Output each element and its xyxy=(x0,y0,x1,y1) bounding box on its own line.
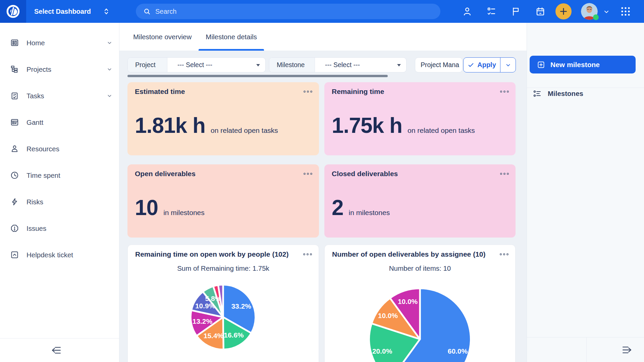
chart-card-open-deliverables-by-assignee: Number of open deliverables by assignee … xyxy=(324,245,516,362)
card-menu-icon[interactable] xyxy=(499,90,509,94)
sidebar-item-risks[interactable]: Risks xyxy=(0,189,119,215)
chevron-down-icon[interactable] xyxy=(107,40,112,46)
card-title: Open deliverables xyxy=(135,170,196,178)
pie-slice-label: 10.0% xyxy=(398,298,418,305)
sidebar-footer xyxy=(0,338,119,362)
search-icon xyxy=(143,8,151,15)
flag-icon[interactable] xyxy=(511,6,521,16)
pie-slice-label: 15.4% xyxy=(204,332,224,340)
project-filter-select[interactable]: --- Select --- xyxy=(167,58,265,72)
caret-down-icon xyxy=(256,64,260,66)
square-chevron-up-icon xyxy=(10,250,19,259)
card-menu-icon[interactable] xyxy=(303,172,313,176)
sidebar-item-projects[interactable]: Projects xyxy=(0,56,119,83)
home-dashboard-icon xyxy=(10,38,19,47)
sidebar-item-helpdesk-ticket[interactable]: Helpdesk ticket xyxy=(0,242,119,268)
search-input[interactable] xyxy=(155,8,417,15)
pie-slice-label: 13.2% xyxy=(193,317,213,325)
pie-slice-label: 16.6% xyxy=(224,331,244,339)
dashboard-selector-label: Select Dashboard xyxy=(34,8,91,15)
clock-icon xyxy=(10,171,19,180)
calendar-icon[interactable] xyxy=(535,6,545,16)
kpi-suffix: in milestones xyxy=(349,209,390,217)
chevron-down-icon xyxy=(505,62,511,68)
sidebar-item-label: Helpdesk ticket xyxy=(26,251,73,259)
footer-divider xyxy=(586,338,587,362)
global-search[interactable] xyxy=(136,4,440,19)
chevron-down-icon[interactable] xyxy=(603,8,610,15)
milestone-filter-value: --- Select --- xyxy=(325,61,360,69)
pie-slice-label: 60.0% xyxy=(448,347,468,355)
app-logo[interactable] xyxy=(0,0,26,23)
kpi-suffix: in milestones xyxy=(163,209,205,217)
tab-milestone-details[interactable]: Milestone details xyxy=(199,23,264,51)
caret-down-icon xyxy=(397,64,401,66)
card-menu-icon[interactable] xyxy=(303,252,313,256)
apply-options-button[interactable] xyxy=(500,58,516,72)
sidebar-item-label: Home xyxy=(26,39,45,47)
chevron-down-icon[interactable] xyxy=(107,93,112,99)
panel-item-milestones[interactable]: Milestones xyxy=(527,86,644,101)
left-sidebar: Home Projects Tasks xyxy=(0,23,119,362)
tab-label: Milestone details xyxy=(206,33,257,41)
horizontal-scrollbar[interactable] xyxy=(127,75,388,77)
check-icon xyxy=(468,62,474,68)
chevron-down-icon[interactable] xyxy=(107,66,112,72)
easy-project-logo-icon xyxy=(6,4,20,18)
collapse-sidebar-icon[interactable] xyxy=(50,345,63,355)
sidebar-item-label: Gantt xyxy=(26,118,43,126)
kpi-card-remaining-time: Remaining time 1.75k h on related open t… xyxy=(324,82,516,155)
chart-title: Remaining time on open work by people (1… xyxy=(135,250,288,258)
kpi-value-row: 10 in milestones xyxy=(135,195,205,220)
pie-chart-remaining-time: 33.2%16.6%15.4%13.2%10.9%5.8% xyxy=(128,278,319,362)
new-milestone-label: New milestone xyxy=(550,61,600,69)
tasks-clipboard-icon xyxy=(10,91,19,100)
card-menu-icon[interactable] xyxy=(303,90,313,94)
kpi-value: 2 xyxy=(332,195,343,220)
filter-bar: Project --- Select --- Milestone --- Sel… xyxy=(119,57,527,72)
card-menu-icon[interactable] xyxy=(499,252,509,256)
expand-panel-icon[interactable] xyxy=(620,345,634,355)
project-filter-value: --- Select --- xyxy=(177,61,212,69)
chart-title: Number of open deliverables by assignee … xyxy=(332,250,485,258)
card-title: Closed deliverables xyxy=(332,170,398,178)
quick-add-button[interactable] xyxy=(555,3,572,19)
project-manager-filter-value: Project Mana xyxy=(421,61,459,69)
project-filter: Project --- Select --- xyxy=(127,57,266,72)
kpi-suffix: on related open tasks xyxy=(408,126,475,135)
panel-item-label: Milestones xyxy=(548,90,583,98)
card-title: Estimated time xyxy=(135,88,185,96)
sidebar-item-label: Resources xyxy=(26,145,59,153)
plus-square-icon xyxy=(537,61,545,69)
sidebar-item-gantt[interactable]: Gantt xyxy=(0,109,119,136)
sidebar-item-tasks[interactable]: Tasks xyxy=(0,83,119,109)
sidebar-item-issues[interactable]: Issues xyxy=(0,215,119,242)
kpi-value-row: 1.81k h on related open tasks xyxy=(135,113,278,138)
sidebar-item-label: Issues xyxy=(26,224,46,232)
kpi-suffix: on related open tasks xyxy=(211,126,278,135)
apps-grid-icon[interactable] xyxy=(620,6,631,17)
sidebar-item-home[interactable]: Home xyxy=(0,30,119,56)
project-manager-filter[interactable]: Project Mana xyxy=(415,57,463,72)
task-list-icon[interactable] xyxy=(486,6,496,16)
milestone-filter-select[interactable]: --- Select --- xyxy=(315,58,406,72)
kpi-value: 10 xyxy=(135,195,158,220)
online-status-indicator xyxy=(593,14,599,20)
card-menu-icon[interactable] xyxy=(499,172,509,176)
user-icon[interactable] xyxy=(462,6,472,16)
apply-button[interactable]: Apply xyxy=(464,58,500,72)
sidebar-item-resources[interactable]: Resources xyxy=(0,136,119,162)
new-milestone-button[interactable]: New milestone xyxy=(530,56,636,73)
sidebar-item-label: Time spent xyxy=(26,171,60,179)
kpi-value-row: 2 in milestones xyxy=(332,195,390,220)
plus-icon xyxy=(559,7,568,16)
sidebar-item-time-spent[interactable]: Time spent xyxy=(0,162,119,189)
tab-milestone-overview[interactable]: Milestone overview xyxy=(126,23,199,51)
card-title: Remaining time xyxy=(332,88,384,96)
dashboard-selector[interactable]: Select Dashboard xyxy=(34,0,110,23)
tab-bar: Milestone overview Milestone details xyxy=(119,23,527,51)
kpi-value: 1.81k h xyxy=(135,113,205,138)
apply-filter-group: Apply xyxy=(463,57,516,72)
apply-button-label: Apply xyxy=(477,61,496,69)
chart-subtitle: Sum of Remaining time: 1.75k xyxy=(128,264,319,272)
